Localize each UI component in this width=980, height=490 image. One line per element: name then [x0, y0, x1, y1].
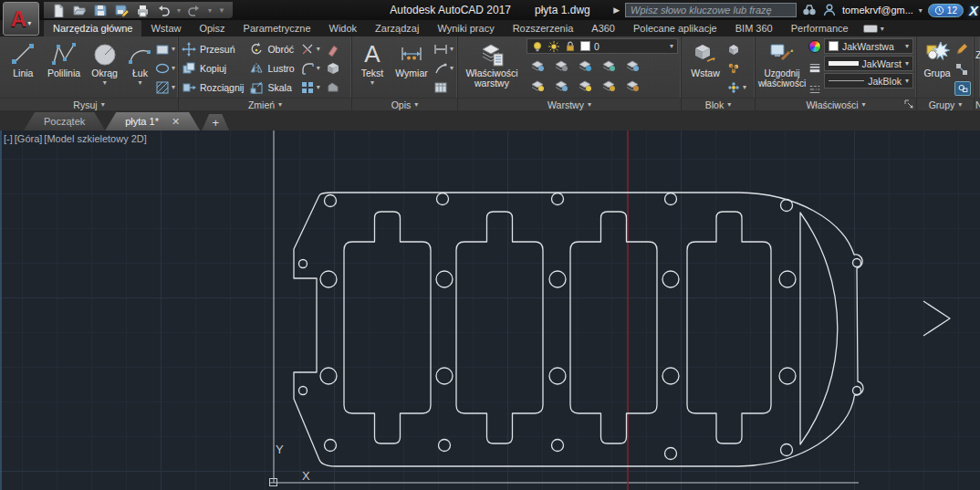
block-extra-button[interactable]: ▾	[726, 78, 746, 97]
panel-label-zmien[interactable]: Zmień▾	[179, 98, 351, 110]
fillet-caret-icon[interactable]: ▾	[317, 64, 320, 72]
circle-button[interactable]: Okrąg ▾	[84, 38, 125, 98]
arc-split-caret-icon[interactable]: ▾	[138, 78, 141, 87]
stretch-button[interactable]: Rozciągnij	[182, 78, 244, 97]
undo-icon[interactable]	[156, 3, 171, 17]
new-file-icon[interactable]	[51, 3, 66, 17]
circle-split-caret-icon[interactable]: ▾	[103, 78, 107, 87]
leader-caret-icon[interactable]: ▾	[450, 64, 454, 72]
trim-button[interactable]: ▾	[300, 40, 320, 58]
ribbon-tab-4[interactable]: Widok	[320, 20, 367, 36]
signed-in-user[interactable]: tomekrvf@gm...	[842, 5, 913, 16]
close-tab-icon[interactable]: ✕	[172, 116, 180, 128]
table-button[interactable]	[433, 78, 454, 97]
erase-button[interactable]	[326, 40, 340, 58]
layer-on-bulb-icon[interactable]	[531, 40, 544, 53]
polyline-button[interactable]: Polilinia	[44, 38, 85, 98]
viewport-visual-style-control[interactable]: [Model szkieletowy 2D]	[44, 133, 147, 144]
qat-customize-icon[interactable]: ▼	[218, 6, 225, 15]
create-block-button[interactable]	[726, 40, 746, 58]
trim-caret-icon[interactable]: ▾	[317, 45, 320, 53]
notification-badge[interactable]: 12	[928, 4, 964, 17]
linear-dim-button[interactable]: ▾	[433, 40, 454, 58]
layer-select[interactable]: 0 ▾	[526, 38, 678, 54]
ribbon-tab-11[interactable]: Performance	[782, 20, 858, 36]
group-button[interactable]: Grupa	[920, 38, 954, 98]
dimension-button[interactable]: Wymiar	[390, 38, 433, 98]
linear-dim-caret-icon[interactable]: ▾	[450, 45, 454, 53]
layer-select-caret-icon[interactable]: ▾	[670, 42, 673, 50]
ungroup-button[interactable]	[954, 40, 971, 58]
redo-caret-icon[interactable]: ▾	[208, 6, 212, 15]
ribbon-display-options[interactable]: ▾	[863, 20, 884, 36]
undo-caret-icon[interactable]: ▾	[177, 6, 181, 15]
hatch-caret-icon[interactable]: ▾	[172, 83, 175, 91]
insert-block-button[interactable]: Wstaw	[684, 38, 726, 98]
ribbon-tab-0[interactable]: Narzędzia główne	[44, 20, 141, 36]
match-properties-button[interactable]: Uzgodnij właściwości	[758, 38, 806, 98]
file-tab-start[interactable]: Początek	[24, 112, 105, 130]
linetype-icon[interactable]	[808, 83, 821, 96]
explode-button[interactable]	[326, 59, 340, 78]
move-button[interactable]: Przesuń	[182, 40, 244, 58]
save-icon[interactable]	[93, 3, 108, 17]
ellipse-caret-icon[interactable]: ▾	[172, 64, 175, 72]
group-edit-button[interactable]	[954, 60, 971, 78]
text-split-caret-icon[interactable]: ▾	[370, 78, 374, 87]
panel-label-opis[interactable]: Opis▾	[352, 98, 457, 110]
new-tab-button[interactable]: +	[202, 114, 229, 130]
panel-label-rysuj[interactable]: Rysuj▾	[0, 98, 178, 110]
group-selection-toggle[interactable]	[954, 81, 971, 96]
ribbon-tab-8[interactable]: A360	[582, 20, 624, 36]
layer-color-swatch[interactable]	[580, 41, 590, 51]
hatch-button[interactable]: ▾	[155, 78, 175, 97]
ribbon-tab-6[interactable]: Wyniki pracy	[428, 20, 503, 36]
ribbon-tab-10[interactable]: BIM 360	[726, 20, 782, 36]
search-expand-icon[interactable]: ▶	[613, 5, 620, 15]
ribbon-tab-1[interactable]: Wstaw	[141, 20, 190, 36]
layer-lock-icon[interactable]	[564, 40, 577, 53]
layer-tool-10[interactable]	[625, 76, 640, 94]
exchange-apps-icon[interactable]: X	[969, 3, 978, 18]
copy-button[interactable]: Kopiuj	[182, 59, 244, 78]
drawing-canvas[interactable]: [-] [Góra] [Model szkieletowy 2D] Y X	[0, 130, 980, 490]
scale-button[interactable]: Skala	[249, 78, 294, 97]
offset-button[interactable]	[326, 78, 340, 97]
lineweight-icon[interactable]	[808, 62, 821, 75]
ribbon-tab-3[interactable]: Parametryczne	[235, 20, 320, 36]
layer-tool-3[interactable]	[578, 56, 592, 74]
ribbon-tab-9[interactable]: Polecane aplikacje	[624, 20, 726, 36]
ribbon-tab-7[interactable]: Rozszerzenia	[504, 20, 583, 36]
layer-properties-button[interactable]: Właściwości warstwy	[461, 38, 523, 98]
panel-label-blok[interactable]: Blok▾	[682, 98, 755, 110]
fillet-button[interactable]: ▾	[300, 59, 320, 78]
file-tab-plyta1[interactable]: płyta 1* ✕	[105, 112, 200, 130]
leader-button[interactable]: ▾	[433, 59, 454, 78]
viewport-view-control[interactable]: [Góra]	[15, 133, 43, 144]
save-as-icon[interactable]	[114, 3, 129, 17]
plot-icon[interactable]	[135, 3, 150, 17]
layer-tool-6[interactable]	[530, 76, 545, 94]
layer-tool-8[interactable]	[578, 76, 592, 94]
line-button[interactable]: Linia	[3, 38, 44, 98]
properties-dialog-launcher-icon[interactable]	[904, 99, 914, 109]
array-button[interactable]: ▾	[300, 78, 320, 97]
rectangle-caret-icon[interactable]: ▾	[172, 45, 175, 53]
ellipse-button[interactable]: ▾	[155, 59, 175, 78]
ribbon-tab-5[interactable]: Zarządzaj	[366, 20, 428, 36]
application-menu-button[interactable]: A▾	[3, 2, 39, 36]
panel-label-warstwy[interactable]: Warstwy▾	[458, 98, 681, 110]
search-binoculars-icon[interactable]	[802, 3, 817, 17]
layer-tool-1[interactable]	[530, 56, 545, 74]
rotate-button[interactable]: Obróć	[249, 40, 294, 58]
block-extra-caret-icon[interactable]: ▾	[743, 83, 746, 91]
object-color-select[interactable]: JakWarstwa ▾	[824, 38, 913, 54]
mirror-button[interactable]: Lustro	[249, 59, 294, 78]
rectangle-button[interactable]: ▾	[155, 40, 175, 58]
layer-tool-9[interactable]	[601, 76, 616, 94]
layer-tool-5[interactable]	[625, 56, 640, 74]
open-file-icon[interactable]	[72, 3, 87, 17]
redo-icon[interactable]	[187, 3, 202, 17]
layer-tool-2[interactable]	[554, 56, 568, 74]
linetype-select[interactable]: JakBlok ▾	[824, 73, 913, 89]
